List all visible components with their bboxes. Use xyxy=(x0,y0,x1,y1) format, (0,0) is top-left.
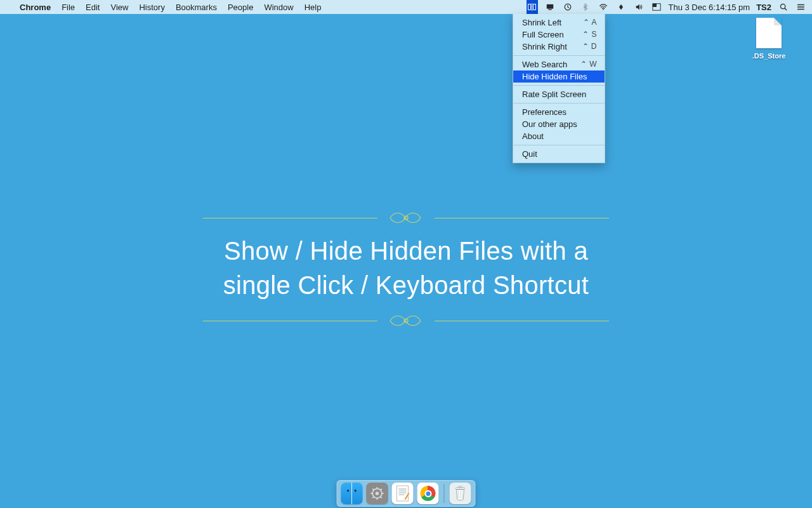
menu-item-label: Shrink Right xyxy=(522,41,567,52)
flag-icon[interactable] xyxy=(651,3,662,11)
dock-textedit[interactable] xyxy=(392,483,414,504)
menubar-clock[interactable]: Thu 3 Dec 6:14:15 pm xyxy=(669,3,750,12)
menu-people[interactable]: People xyxy=(228,3,253,12)
svg-rect-14 xyxy=(397,486,409,501)
menu-item-hide-hidden-files[interactable]: Hide Hidden Files xyxy=(513,70,605,83)
menu-item-label: Shrink Left xyxy=(522,17,561,28)
menu-item-label: Preferences xyxy=(522,107,566,117)
dock xyxy=(337,480,476,507)
menu-item-shortcut: ⌃ D xyxy=(582,41,598,52)
desktop-file-ds-store[interactable]: .DS_Store xyxy=(749,18,789,60)
menu-separator xyxy=(513,145,605,145)
menu-item-label: Our other apps xyxy=(522,119,577,130)
menu-item-rate-split-screen[interactable]: Rate Split Screen xyxy=(513,88,605,100)
dock-system-preferences[interactable] xyxy=(367,483,388,504)
menu-item-label: Web Search xyxy=(522,59,567,70)
dropdown-caret-icon[interactable] xyxy=(615,3,627,11)
menu-item-quit[interactable]: Quit xyxy=(513,148,605,160)
menu-separator xyxy=(513,85,605,86)
menu-item-about[interactable]: About xyxy=(513,130,605,142)
menu-separator xyxy=(513,103,605,104)
svg-point-8 xyxy=(797,6,799,8)
menu-help[interactable]: Help xyxy=(304,3,322,12)
svg-point-13 xyxy=(376,491,379,495)
menu-file[interactable]: File xyxy=(62,3,75,12)
spotlight-icon[interactable] xyxy=(778,3,789,11)
menu-item-preferences[interactable]: Preferences xyxy=(513,106,605,118)
menubar-user[interactable]: TS2 xyxy=(756,3,771,12)
svg-point-9 xyxy=(797,9,799,10)
menu-item-shortcut: ⌃ S xyxy=(582,29,597,40)
menu-item-shortcut: ⌃ A xyxy=(583,17,597,28)
flourish-icon xyxy=(384,211,428,225)
wifi-icon[interactable] xyxy=(598,3,609,11)
menu-item-web-search[interactable]: Web Search ⌃ W xyxy=(513,58,605,70)
menu-view[interactable]: View xyxy=(110,3,128,12)
menu-history[interactable]: History xyxy=(139,3,164,12)
desktop-file-label: .DS_Store xyxy=(749,52,789,60)
flourish-icon xyxy=(384,314,428,328)
bluetooth-icon[interactable] xyxy=(580,3,591,11)
dock-finder[interactable] xyxy=(341,483,363,504)
svg-rect-1 xyxy=(548,10,551,10)
menu-item-full-screen[interactable]: Full Screen ⌃ S xyxy=(513,29,605,41)
menu-item-shortcut: ⌃ W xyxy=(580,59,597,70)
svg-rect-5 xyxy=(652,4,656,7)
dock-chrome[interactable] xyxy=(417,483,439,504)
menu-bookmarks[interactable]: Bookmarks xyxy=(176,3,217,12)
ornament-top xyxy=(203,211,609,225)
document-icon xyxy=(756,18,782,48)
menu-item-shrink-right[interactable]: Shrink Right ⌃ D xyxy=(513,41,605,53)
menu-window[interactable]: Window xyxy=(264,3,293,12)
menu-edit[interactable]: Edit xyxy=(86,3,100,12)
menubar-left: Chrome File Edit View History Bookmarks … xyxy=(9,3,321,12)
time-machine-icon[interactable] xyxy=(562,3,573,11)
dock-trash[interactable] xyxy=(450,483,471,504)
menu-item-label: Full Screen xyxy=(522,29,564,40)
volume-icon[interactable] xyxy=(633,3,645,11)
menu-item-shrink-left[interactable]: Shrink Left ⌃ A xyxy=(513,17,605,29)
ornament-bottom xyxy=(203,314,609,328)
menu-item-label: Quit xyxy=(522,149,537,159)
svg-point-7 xyxy=(797,4,799,6)
app-menu[interactable]: Chrome xyxy=(20,3,51,12)
menubar: Chrome File Edit View History Bookmarks … xyxy=(0,0,812,14)
menu-item-our-other-apps[interactable]: Our other apps xyxy=(513,118,605,130)
svg-point-3 xyxy=(603,9,604,10)
display-mirroring-icon[interactable] xyxy=(544,3,556,11)
menubar-right: Thu 3 Dec 6:14:15 pm TS2 xyxy=(527,0,807,14)
split-screen-dropdown: Shrink Left ⌃ A Full Screen ⌃ S Shrink R… xyxy=(513,14,605,163)
dock-divider xyxy=(444,484,445,503)
hero-title: Show / Hide Hidden Files with a single C… xyxy=(203,234,609,302)
menu-item-label: About xyxy=(522,131,544,142)
menu-separator xyxy=(513,55,605,56)
split-screen-menubar-icon[interactable] xyxy=(527,0,538,14)
menu-item-label: Rate Split Screen xyxy=(522,89,586,100)
svg-rect-0 xyxy=(546,4,553,9)
svg-rect-16 xyxy=(459,486,462,488)
menu-item-label: Hide Hidden Files xyxy=(522,71,587,82)
notification-center-icon[interactable] xyxy=(796,3,807,11)
wallpaper-hero: Show / Hide Hidden Files with a single C… xyxy=(203,211,609,328)
